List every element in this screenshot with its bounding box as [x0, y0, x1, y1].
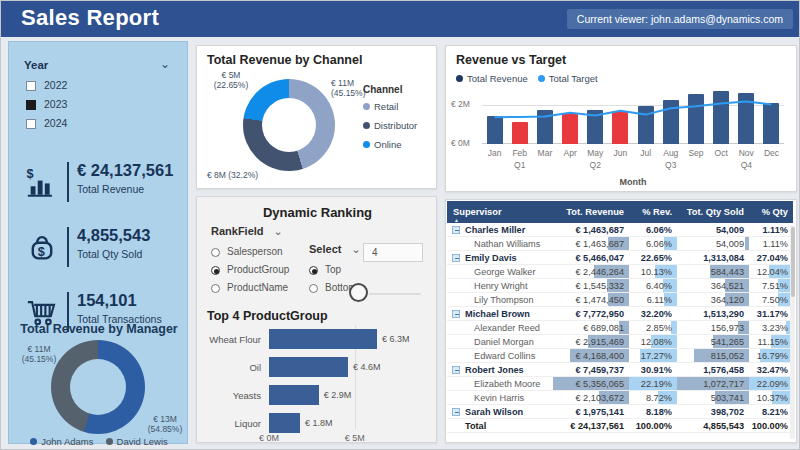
bar-value-label: € 2.9M: [324, 390, 352, 400]
quarter-label: [709, 160, 734, 170]
channel-donut-chart[interactable]: [243, 79, 335, 171]
svg-text:$: $: [26, 166, 33, 181]
manager-donut-chart[interactable]: [51, 340, 145, 434]
cell-revenue: € 1,975,141: [553, 405, 629, 419]
year-filter-options: 202220232024: [26, 78, 166, 135]
legend-item[interactable]: Total Target: [538, 73, 598, 84]
channel-donut-card: Total Revenue by Channel € 5M(22.65%) € …: [196, 45, 437, 189]
radio-select-top[interactable]: Top: [309, 263, 389, 281]
legend-dot: [538, 75, 545, 82]
cell-qty: 4,855,543: [677, 419, 749, 433]
kpi-total-revenue: $ € 24,137,561 Total Revenue: [23, 160, 179, 204]
slider-knob[interactable]: [349, 283, 368, 302]
row-label: Elizabeth Moore: [447, 377, 553, 391]
table-row-george-walker[interactable]: George Walker€ 2,446,26410.13%584,44312.…: [447, 265, 793, 279]
table-row-emily-davis[interactable]: Emily Davis€ 5,466,04722.65%1,313,08427.…: [447, 251, 793, 265]
manager-donut-title: Total Revenue by Manager: [9, 322, 189, 336]
scrollbar-thumb[interactable]: [791, 227, 795, 297]
checkbox-icon[interactable]: [26, 119, 36, 129]
table-row-total[interactable]: Total€ 24,137,561100.00%4,855,543100.00%: [447, 419, 793, 433]
cell-qty_pct: 31.17%: [749, 307, 793, 321]
legend-item[interactable]: John Adams: [30, 436, 93, 447]
donut-label-david-lewis: € 11M(45.15%): [17, 344, 61, 364]
select-label: Select⌄: [309, 243, 361, 256]
legend-item[interactable]: Online: [363, 139, 417, 150]
row-name: Daniel Morgan: [474, 337, 534, 347]
expand-toggle-icon[interactable]: [452, 254, 460, 262]
expand-toggle-icon[interactable]: [452, 310, 460, 318]
row-name: Henry Wright: [474, 281, 527, 291]
product-bar[interactable]: [269, 385, 319, 405]
cell-revenue: € 689,081: [553, 321, 629, 335]
legend-item[interactable]: Retail: [363, 101, 417, 112]
row-label: Sarah Wilson: [447, 405, 553, 419]
kpi-value: € 24,137,561: [77, 161, 173, 180]
table-row-robert-jones[interactable]: Robert Jones€ 7,459,73730.91%1,576,45832…: [447, 363, 793, 377]
cell-qty_pct: 7.50%: [749, 293, 793, 307]
table-row-edward-collins[interactable]: Edward Collins€ 4,168,40017.27%815,05216…: [447, 349, 793, 363]
column-header-tot-qty-sold[interactable]: Tot. Qty Sold: [677, 201, 749, 223]
table-row-elizabeth-moore[interactable]: Elizabeth Moore€ 5,356,06522.19%1,072,71…: [447, 377, 793, 391]
radio-label: Top: [325, 264, 341, 275]
table-scrollbar[interactable]: [790, 225, 795, 439]
chevron-down-icon[interactable]: ⌄: [351, 243, 360, 256]
filter-sidebar: Year ⌄ 202220232024 $ € 24,137,561 Total…: [8, 41, 188, 444]
table-row-nathan-williams[interactable]: Nathan Williams€ 1,463,6876.06%54,0091.1…: [447, 237, 793, 251]
legend-item[interactable]: Distributor: [363, 120, 417, 131]
chevron-down-icon[interactable]: ⌄: [274, 225, 283, 238]
product-bar[interactable]: [269, 329, 377, 349]
revenue-chart-icon: $: [25, 165, 59, 199]
expand-toggle-icon[interactable]: [452, 366, 460, 374]
cell-qty: 584,443: [677, 265, 749, 279]
radio-icon[interactable]: [211, 248, 220, 257]
slider-track[interactable]: [369, 293, 421, 295]
radio-icon[interactable]: [309, 266, 318, 275]
cell-rev_pct: 6.06%: [629, 237, 677, 251]
table-row-michael-brown[interactable]: Michael Brown€ 7,772,95032.20%1,513,2903…: [447, 307, 793, 321]
legend-item[interactable]: Total Revenue: [456, 73, 528, 84]
cell-qty_pct: 27.04%: [749, 251, 793, 265]
row-label: Henry Wright: [447, 279, 553, 293]
quarter-label: [532, 160, 557, 170]
checkbox-icon[interactable]: [26, 81, 36, 91]
cell-rev_pct: 8.18%: [629, 405, 677, 419]
radio-icon[interactable]: [309, 284, 318, 293]
expand-toggle-icon[interactable]: [452, 408, 460, 416]
cell-rev_pct: 2.85%: [629, 321, 677, 335]
year-filter-label: Year: [24, 59, 48, 71]
year-option-2023[interactable]: 2023: [26, 97, 166, 116]
radio-rankfield-productgroup[interactable]: ProductGroup: [211, 263, 311, 281]
year-option-2024[interactable]: 2024: [26, 116, 166, 135]
table-row-daniel-morgan[interactable]: Daniel Morgan€ 2,915,46912.08%541,26511.…: [447, 335, 793, 349]
table-row-alexander-reed[interactable]: Alexander Reed€ 689,0812.85%156,9733.23%: [447, 321, 793, 335]
row-name: Charles Miller: [465, 225, 525, 235]
kpi-value: 4,855,543: [77, 226, 150, 245]
legend-item[interactable]: David Lewis: [106, 436, 168, 447]
cell-rev_pct: 17.27%: [629, 349, 677, 363]
radio-icon[interactable]: [211, 266, 220, 275]
column-header-supervisor[interactable]: Supervisor▲: [447, 201, 553, 223]
product-bar[interactable]: [269, 357, 348, 377]
column-header-tot-revenue[interactable]: Tot. Revenue: [553, 201, 629, 223]
bar-value-label: € 1.8M: [305, 418, 333, 428]
column-header--rev-[interactable]: % Rev.: [629, 201, 677, 223]
checkbox-icon[interactable]: [26, 100, 36, 110]
table-row-charles-miller[interactable]: Charles Miller€ 1,463,6876.06%54,0091.11…: [447, 223, 793, 237]
rank-count-input[interactable]: [363, 243, 423, 262]
expand-toggle-icon[interactable]: [452, 226, 460, 234]
column-header--qty[interactable]: % Qty: [749, 201, 793, 223]
table-row-lily-thompson[interactable]: Lily Thompson€ 1,474,4506.11%364,1207.50…: [447, 293, 793, 307]
radio-rankfield-salesperson[interactable]: Salesperson: [211, 245, 311, 263]
year-option-2022[interactable]: 2022: [26, 78, 166, 97]
table-row-henry-wright[interactable]: Henry Wright€ 1,545,3326.40%364,5217.51%: [447, 279, 793, 293]
cell-rev_pct: 22.19%: [629, 377, 677, 391]
category-label: Oil: [205, 362, 261, 373]
radio-icon[interactable]: [211, 284, 220, 293]
cell-qty: 54,009: [677, 237, 749, 251]
chevron-down-icon[interactable]: ⌄: [160, 57, 170, 71]
table-row-kevin-harris[interactable]: Kevin Harris€ 2,103,6728.72%503,74110.37…: [447, 391, 793, 405]
radio-rankfield-productname[interactable]: ProductName: [211, 281, 311, 299]
table-row-sarah-wilson[interactable]: Sarah Wilson€ 1,975,1418.18%398,7028.21%: [447, 405, 793, 419]
month-label: Jun: [608, 148, 633, 158]
product-bar[interactable]: [269, 413, 300, 433]
